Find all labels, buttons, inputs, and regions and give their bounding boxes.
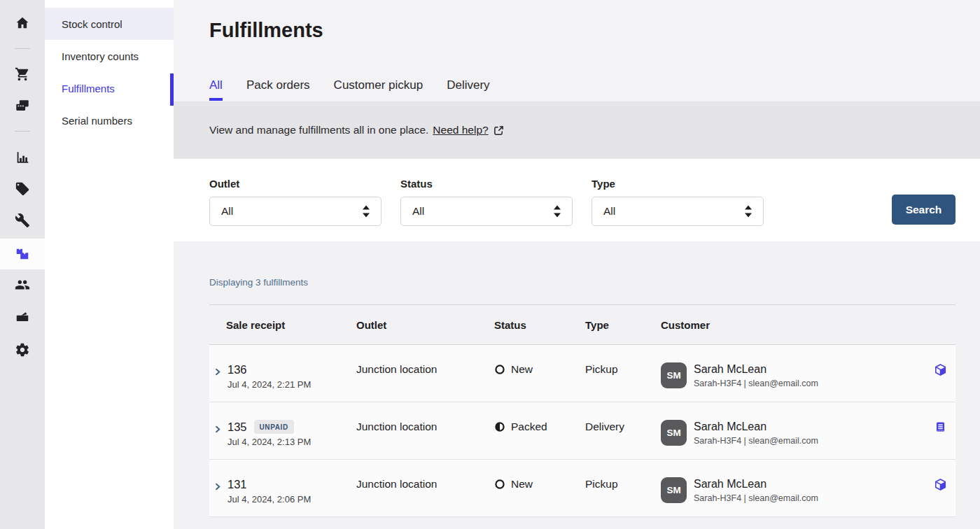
status-label: New [511, 363, 533, 376]
receipt-date: Jul 4, 2024, 2:21 PM [227, 379, 356, 391]
tab-delivery[interactable]: Delivery [447, 78, 489, 101]
sidebar-item-label: Inventory counts [62, 50, 139, 62]
briefcase-icon [15, 309, 30, 324]
customer-detail: Sarah-H3F4 | slean@email.com [694, 492, 818, 505]
package-cube-icon[interactable] [934, 478, 947, 491]
package-cube-icon[interactable] [934, 363, 947, 376]
rail-item-register[interactable] [0, 90, 45, 121]
filter-status: Status All [400, 178, 573, 226]
info-banner: View and manage fulfillments all in one … [174, 101, 980, 159]
tab-customer-pickup[interactable]: Customer pickup [334, 78, 424, 101]
type-select[interactable]: All [592, 197, 764, 226]
customer-name: Sarah McLean [694, 362, 818, 377]
main-content: Fulfillments All Pack orders Customer pi… [174, 0, 980, 529]
table-header: Sale receipt Outlet Status Type Customer [209, 305, 955, 345]
expand-chevron-icon[interactable] [214, 366, 221, 379]
rail-item-sales[interactable] [0, 59, 45, 90]
customer-detail: Sarah-H3F4 | slean@email.com [694, 377, 818, 390]
rail-item-reporting[interactable] [0, 142, 45, 173]
status-new-icon [494, 479, 505, 490]
icon-rail [0, 0, 45, 529]
status-new-icon [494, 364, 505, 375]
receipt-cell: 135 UNPAID Jul 4, 2024, 2:13 PM [209, 402, 356, 459]
select-value: All [603, 205, 615, 218]
tab-pack-orders[interactable]: Pack orders [246, 78, 310, 101]
outlet-select[interactable]: All [209, 197, 382, 226]
customer-name: Sarah McLean [694, 419, 818, 435]
status-cell: New [494, 460, 585, 516]
col-header-status: Status [494, 319, 585, 331]
avatar: SM [661, 420, 687, 446]
results-summary: Displaying 3 fulfillments [209, 277, 308, 288]
external-link-icon [493, 125, 504, 136]
actions-cell [925, 345, 955, 402]
fulfillments-table: Sale receipt Outlet Status Type Customer… [209, 304, 955, 517]
customer-cell: SM Sarah McLean Sarah-H3F4 | slean@email… [661, 460, 925, 516]
expand-chevron-icon[interactable] [214, 481, 221, 493]
app-window: Stock control Inventory counts Fulfillme… [0, 0, 980, 529]
rail-item-home[interactable] [0, 8, 45, 38]
stepper-arrows-icon [554, 206, 561, 218]
receipt-date: Jul 4, 2024, 2:06 PM [227, 493, 356, 506]
outlet-cell: Junction location [356, 402, 494, 459]
sidebar-item-label: Stock control [62, 18, 122, 30]
home-icon [15, 15, 30, 31]
rail-item-fulfillments[interactable] [0, 239, 45, 269]
customer-name: Sarah McLean [694, 477, 818, 492]
receipt-cell: 131 Jul 4, 2024, 2:06 PM [209, 460, 356, 516]
rail-item-settings[interactable] [0, 334, 45, 365]
filter-label: Type [592, 178, 764, 190]
select-value: All [221, 205, 233, 218]
outlet-cell: Junction location [356, 460, 494, 516]
receipt-number: 131 [227, 478, 247, 491]
cart-icon [15, 66, 30, 82]
rail-divider [15, 131, 30, 132]
avatar: SM [661, 362, 687, 388]
sidebar-item-fulfillments[interactable]: Fulfillments [45, 72, 174, 104]
sidebar-item-serial-numbers[interactable]: Serial numbers [45, 104, 174, 136]
customer-detail: Sarah-H3F4 | slean@email.com [694, 435, 818, 447]
banner-text: View and manage fulfillments all in one … [209, 124, 428, 136]
rail-item-inventory[interactable] [0, 301, 45, 332]
col-header-type: Type [585, 319, 661, 331]
need-help-link[interactable]: Need help? [433, 124, 488, 136]
col-header-sale-receipt: Sale receipt [209, 319, 356, 331]
type-cell: Pickup [585, 345, 661, 402]
sidebar-item-label: Fulfillments [62, 83, 115, 94]
page-header: Fulfillments All Pack orders Customer pi… [174, 0, 980, 101]
customer-cell: SM Sarah McLean Sarah-H3F4 | slean@email… [661, 402, 925, 459]
actions-cell [925, 402, 955, 459]
bar-chart-icon [15, 150, 30, 165]
status-label: Packed [511, 421, 547, 433]
page-title: Fulfillments [209, 19, 323, 42]
expand-chevron-icon[interactable] [214, 423, 221, 436]
select-value: All [412, 205, 424, 218]
search-button[interactable]: Search [892, 195, 955, 225]
delivery-note-icon[interactable] [934, 421, 947, 434]
rail-item-setup[interactable] [0, 205, 45, 236]
sidebar-item-stock-control[interactable]: Stock control [45, 8, 174, 40]
outlet-cell: Junction location [356, 345, 494, 402]
sidebar-item-inventory-counts[interactable]: Inventory counts [45, 40, 174, 72]
table-row[interactable]: 136 Jul 4, 2024, 2:21 PM Junction locati… [209, 345, 955, 402]
tab-bar: All Pack orders Customer pickup Delivery [209, 78, 514, 101]
table-row[interactable]: 135 UNPAID Jul 4, 2024, 2:13 PM Junction… [209, 402, 955, 460]
rail-item-catalog[interactable] [0, 174, 45, 204]
status-select[interactable]: All [400, 197, 573, 226]
receipt-date: Jul 4, 2024, 2:13 PM [227, 436, 356, 449]
unpaid-badge: UNPAID [254, 420, 294, 434]
filter-bar: Outlet All Status All Type All [174, 159, 980, 241]
status-label: New [511, 478, 533, 491]
filter-label: Status [400, 178, 573, 190]
table-row[interactable]: 131 Jul 4, 2024, 2:06 PM Junction locati… [209, 460, 955, 517]
status-packed-icon [494, 421, 505, 432]
actions-cell [925, 460, 955, 516]
results-area: Displaying 3 fulfillments Sale receipt O… [174, 241, 980, 529]
wrench-icon [15, 213, 30, 228]
avatar: SM [661, 477, 687, 503]
register-icon [15, 98, 30, 113]
tab-all[interactable]: All [209, 78, 223, 101]
receipt-cell: 136 Jul 4, 2024, 2:21 PM [209, 345, 356, 402]
rail-item-customers[interactable] [0, 269, 45, 300]
sidebar-item-label: Serial numbers [62, 115, 132, 127]
